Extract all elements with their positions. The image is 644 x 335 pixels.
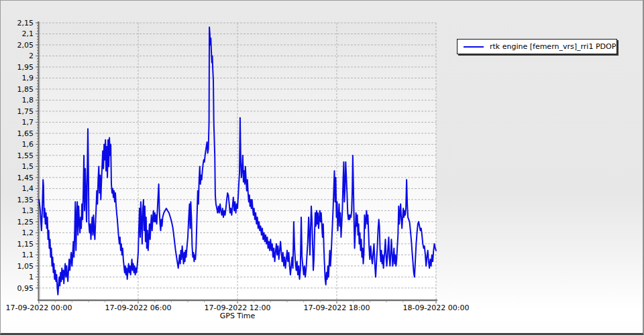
y-tick-label: 1,15 bbox=[17, 240, 34, 249]
y-tick-label: 1,85 bbox=[17, 85, 34, 94]
y-tick-label: 1,75 bbox=[17, 107, 34, 116]
y-tick-label: 1,65 bbox=[17, 129, 34, 138]
legend: rtk engine [femern_vrs]_rri1 PDOP bbox=[457, 39, 617, 54]
y-tick-label: 1,6 bbox=[22, 140, 34, 149]
y-tick-label: 2,15 bbox=[17, 19, 34, 27]
y-tick-label: 1,95 bbox=[17, 63, 34, 72]
y-tick-label: 2,05 bbox=[17, 41, 34, 50]
x-tick-label: 17-09-2022 06:00 bbox=[105, 304, 171, 312]
y-tick-label: 1 bbox=[29, 273, 34, 281]
y-tick-label: 1,5 bbox=[22, 162, 34, 171]
y-tick-label: 2,1 bbox=[22, 29, 34, 38]
y-tick-label: 1,2 bbox=[22, 228, 34, 237]
x-tick-label: 17-09-2022 18:00 bbox=[303, 304, 370, 312]
chart-panel: 2,152,12,0521,951,91,851,81,751,71,651,6… bbox=[0, 0, 644, 335]
y-tick-label: 1,45 bbox=[17, 174, 34, 182]
y-tick-label: 1,9 bbox=[22, 74, 34, 82]
series-line-sample-icon bbox=[464, 46, 484, 48]
y-tick-label: 1,4 bbox=[22, 184, 34, 193]
y-tick-label: 1,25 bbox=[17, 218, 34, 226]
x-tick-label: 18-09-2022 00:00 bbox=[402, 304, 469, 312]
legend-series-label: rtk engine [femern_vrs]_rri1 PDOP bbox=[490, 42, 616, 51]
x-tick-label: 17-09-2022 00:00 bbox=[5, 304, 72, 312]
y-tick-label: 1,7 bbox=[22, 118, 34, 127]
y-tick-label: 2 bbox=[29, 52, 34, 60]
y-tick-label: 1,05 bbox=[17, 262, 34, 271]
y-tick-label: 1,8 bbox=[22, 96, 34, 105]
y-tick-label: 1,55 bbox=[17, 151, 34, 160]
y-tick-label: 1,3 bbox=[22, 206, 34, 215]
y-tick-label: 1,1 bbox=[22, 251, 34, 259]
x-axis-title: GPS Time bbox=[170, 312, 305, 320]
y-tick-label: 0,95 bbox=[17, 284, 34, 293]
y-tick-label: 1,35 bbox=[17, 196, 34, 204]
